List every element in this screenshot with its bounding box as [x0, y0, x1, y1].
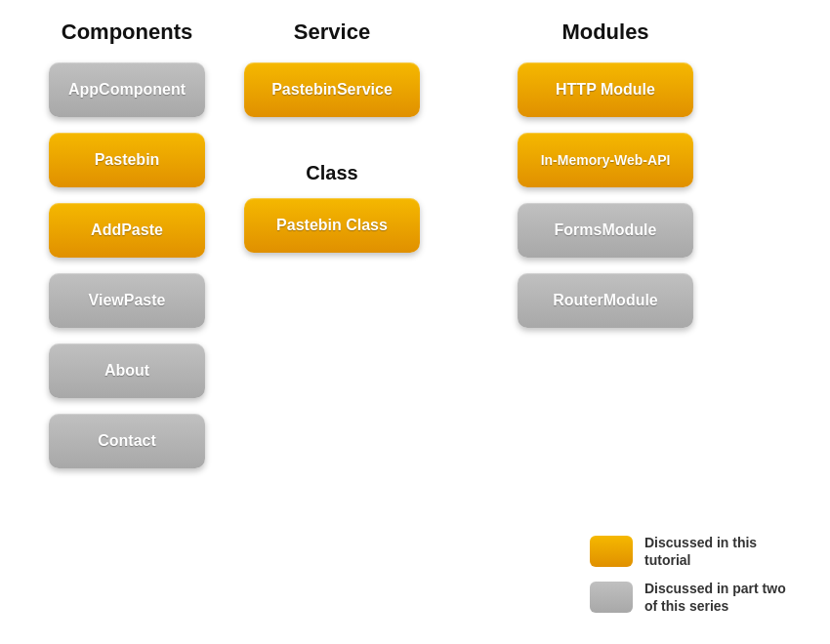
view-paste-btn[interactable]: ViewPaste	[49, 273, 205, 328]
components-title: Components	[62, 20, 192, 45]
class-title: Class	[306, 162, 357, 184]
legend-item-gray: Discussed in part two of this series	[590, 580, 801, 615]
service-class-column: Service PastebinService Class Pastebin C…	[225, 20, 439, 624]
legend-gray-box	[590, 582, 633, 613]
page-wrapper: Components AppComponent Pastebin AddPast…	[0, 0, 830, 644]
app-component-btn[interactable]: AppComponent	[49, 62, 205, 117]
components-column: Components AppComponent Pastebin AddPast…	[29, 20, 225, 624]
legend-orange-box	[590, 536, 633, 567]
legend: Discussed in this tutorial Discussed in …	[590, 534, 801, 615]
http-module-btn[interactable]: HTTP Module	[518, 62, 693, 117]
forms-module-btn[interactable]: FormsModule	[518, 203, 693, 258]
router-module-btn[interactable]: RouterModule	[518, 273, 693, 328]
pastebin-class-btn[interactable]: Pastebin Class	[244, 198, 420, 253]
about-btn[interactable]: About	[49, 343, 205, 398]
service-title: Service	[294, 20, 370, 45]
in-memory-web-api-btn[interactable]: In-Memory-Web-API	[518, 133, 693, 187]
legend-item-orange: Discussed in this tutorial	[590, 534, 801, 569]
add-paste-btn[interactable]: AddPaste	[49, 203, 205, 258]
modules-title: Modules	[561, 20, 648, 45]
legend-orange-label: Discussed in this tutorial	[644, 534, 801, 569]
contact-btn[interactable]: Contact	[49, 414, 205, 468]
pastebin-btn[interactable]: Pastebin	[49, 133, 205, 187]
pastebin-service-btn[interactable]: PastebinService	[244, 62, 420, 117]
legend-gray-label: Discussed in part two of this series	[644, 580, 801, 615]
